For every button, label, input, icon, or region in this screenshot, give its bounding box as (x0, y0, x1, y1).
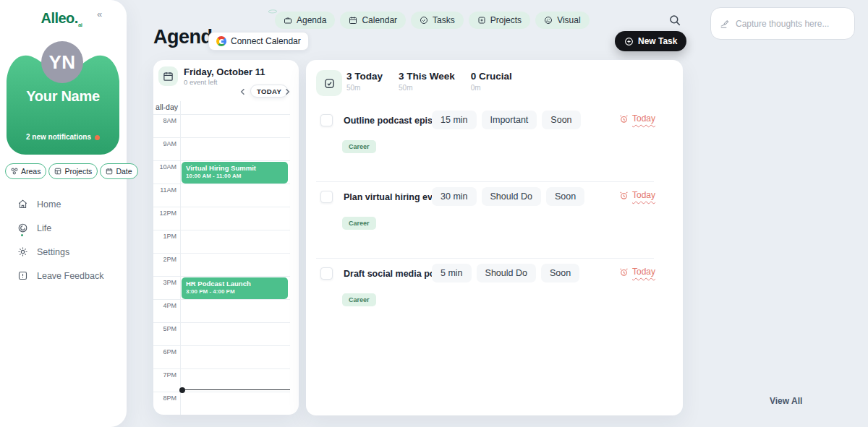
task-duration-pill[interactable]: 5 min (432, 264, 472, 282)
task-priority-pill[interactable]: Should Do (477, 264, 536, 282)
next-day-button[interactable] (282, 87, 292, 97)
hour-label: 10AM (153, 163, 176, 171)
hour-row[interactable]: 4PM (153, 299, 290, 322)
calendar-icon-box (158, 66, 178, 86)
tab-visual[interactable]: Visual (535, 12, 589, 29)
hour-row[interactable]: 9AM (153, 137, 290, 160)
search-button[interactable] (668, 14, 681, 27)
home-icon (17, 199, 28, 210)
task-tag-career[interactable]: Career (342, 140, 376, 153)
sidebar-item-settings[interactable]: Settings (17, 240, 103, 264)
stat-value: 0 Crucial (471, 71, 512, 82)
task-due-date[interactable]: Today (619, 267, 655, 277)
hour-row[interactable]: 12PM (153, 207, 290, 230)
current-time-line (182, 389, 290, 390)
visual-icon (544, 16, 553, 25)
stat-sub: 50m (399, 84, 455, 92)
notifications-label[interactable]: 2 new notifications (7, 133, 119, 141)
pen-scribble-icon (720, 19, 730, 29)
task-pills: 30 min Should Do Soon (432, 187, 584, 206)
task-urgency-pill[interactable]: Soon (541, 264, 579, 282)
filter-date-label: Date (116, 167, 132, 176)
sidebar-item-label: Leave Feedback (37, 271, 103, 281)
task-checkbox[interactable] (320, 191, 333, 203)
sidebar-item-leave-feedback[interactable]: Leave Feedback (17, 264, 103, 288)
filter-projects-button[interactable]: Projects (48, 163, 98, 179)
event-title: Virtual Hiring Summit (186, 164, 284, 172)
hour-label: 8AM (153, 117, 176, 124)
alarm-icon (619, 191, 629, 200)
hour-row[interactable]: 2PM (153, 253, 290, 276)
task-title[interactable]: Plan virtual hiring event (344, 192, 446, 202)
active-tab-ring (268, 7, 277, 16)
calendar-date: Friday, October 11 (184, 66, 265, 77)
sidebar-item-label: Settings (37, 247, 69, 257)
task-title[interactable]: Draft social media post (344, 269, 443, 279)
task-urgency-pill[interactable]: Soon (546, 187, 584, 206)
task-duration-pill[interactable]: 15 min (432, 111, 477, 129)
notification-dot (95, 135, 100, 140)
search-icon (668, 14, 681, 27)
due-label: Today (632, 113, 655, 124)
date-icon (106, 168, 113, 175)
tasks-icon-box (316, 70, 342, 96)
hour-row[interactable]: 11AM (153, 184, 290, 207)
task-checkbox[interactable] (320, 114, 333, 126)
task-duration-pill[interactable]: 30 min (432, 187, 477, 206)
areas-icon (11, 168, 18, 175)
task-row: Plan virtual hiring event 30 min Should … (306, 187, 683, 264)
task-priority-pill[interactable]: Important (482, 111, 537, 129)
checkbox-icon (323, 77, 336, 90)
task-stats: 3 Today 50m 3 This Week 50m 0 Crucial 0m (346, 71, 512, 92)
view-all-link[interactable]: View All (770, 396, 802, 406)
capture-thoughts-box (710, 7, 855, 40)
calendar-event[interactable]: HR Podcast Launch 3:00 PM - 4:00 PM (182, 277, 288, 299)
filter-date-button[interactable]: Date (100, 163, 137, 179)
calendar-event[interactable]: Virtual Hiring Summit 10:00 AM - 11:00 A… (182, 162, 288, 184)
connect-calendar-button[interactable]: Connect Calendar (208, 32, 309, 51)
tab-agenda[interactable]: Agenda (275, 12, 335, 29)
hour-row[interactable]: 6PM (153, 345, 290, 368)
hour-row[interactable]: 8AM (153, 114, 290, 137)
hour-label: 9AM (153, 140, 176, 147)
sidebar-collapse-icon[interactable]: « (97, 9, 102, 20)
tab-calendar[interactable]: Calendar (340, 12, 406, 29)
tab-tasks[interactable]: Tasks (411, 12, 464, 29)
calendar-events-left: 0 event left (184, 78, 217, 86)
hour-row[interactable]: 7PM (153, 368, 290, 392)
filter-projects-label: Projects (64, 167, 92, 176)
hour-row[interactable]: 8PM (153, 392, 290, 415)
sidebar: Alleo.ai « YN Your Name 2 new notificati… (0, 0, 127, 427)
logo-suffix: ai (78, 22, 82, 28)
sidebar-item-home[interactable]: Home (17, 192, 103, 216)
stat-sub: 50m (346, 84, 383, 92)
hour-label: 7PM (153, 371, 176, 379)
capture-thoughts-input[interactable] (736, 19, 846, 29)
prev-day-button[interactable] (238, 87, 248, 97)
avatar[interactable]: YN (41, 41, 83, 83)
tasks-panel: 3 Today 50m 3 This Week 50m 0 Crucial 0m… (306, 60, 683, 415)
task-due-date[interactable]: Today (619, 190, 655, 200)
hour-row[interactable]: 1PM (153, 230, 290, 253)
hour-label: 11AM (153, 186, 176, 194)
task-tag-career[interactable]: Career (342, 293, 376, 306)
tab-label: Calendar (362, 15, 397, 25)
task-checkbox[interactable] (320, 267, 333, 280)
hour-label: 2PM (153, 256, 176, 263)
task-tag-career[interactable]: Career (342, 217, 376, 230)
new-task-button[interactable]: New Task (615, 31, 686, 51)
stat-value: 3 Today (346, 71, 383, 82)
stat-today: 3 Today 50m (346, 71, 383, 92)
projects-icon (477, 16, 486, 25)
tab-label: Visual (557, 15, 580, 25)
logo-text: Alleo. (41, 10, 77, 26)
alarm-icon (619, 114, 629, 124)
sidebar-item-life[interactable]: Life (17, 216, 103, 240)
hour-row[interactable]: 5PM (153, 322, 290, 345)
task-priority-pill[interactable]: Should Do (482, 187, 541, 206)
tab-projects[interactable]: Projects (469, 12, 530, 29)
filter-areas-button[interactable]: Areas (5, 163, 46, 179)
task-urgency-pill[interactable]: Soon (542, 111, 580, 129)
task-due-date[interactable]: Today (619, 113, 655, 124)
hour-label: 8PM (153, 394, 176, 402)
